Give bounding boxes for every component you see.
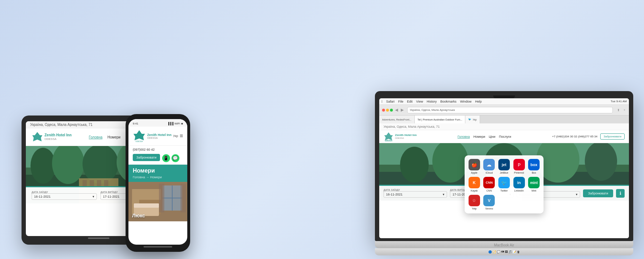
- dock-icon-messages[interactable]: 💬: [497, 250, 500, 254]
- tab-social[interactable]: 🐦 Укр: [465, 116, 480, 123]
- tab-2[interactable]: Tel | Premium Australian Outdoor Furn...: [415, 116, 466, 123]
- window-controls: [382, 109, 393, 112]
- menu-edit[interactable]: Edit: [407, 100, 413, 103]
- svg-point-18: [30, 148, 56, 184]
- iphone-page-title: Номери: [133, 168, 183, 174]
- svg-text:ODESSA: ODESSA: [385, 140, 392, 142]
- svg-marker-14: [32, 132, 42, 141]
- whatsapp2-icon[interactable]: 💬: [171, 154, 179, 162]
- bookmark-jet[interactable]: jet JetBlue: [498, 159, 510, 174]
- dock-icon-notes[interactable]: 📝: [513, 250, 516, 254]
- back-button[interactable]: ◀: [394, 107, 399, 113]
- forward-button[interactable]: ▶: [400, 107, 404, 113]
- address-bar[interactable]: Україна, Одеса, Мала Арнаутська: [407, 107, 613, 113]
- svg-point-9: [585, 143, 617, 181]
- ipad-nav-rooms[interactable]: Номери: [108, 135, 121, 139]
- ipad-hotel-name: Zenith Hotel Inn: [44, 133, 72, 137]
- iphone-hotel-city: ODESSA: [147, 137, 171, 139]
- macbook-screen:  Safari File Edit View History Bookmark…: [379, 98, 629, 238]
- dock-icon-maps[interactable]: 🗺: [501, 250, 504, 254]
- menu-help[interactable]: Help: [475, 100, 482, 103]
- svg-marker-0: [384, 132, 393, 140]
- hotel-city: ODESSA: [395, 137, 417, 140]
- dock-icon-photos[interactable]: 🖼: [505, 250, 508, 254]
- svg-marker-28: [133, 130, 145, 140]
- iphone-contact-icons: 📱 💬: [162, 154, 179, 162]
- booking-submit-button[interactable]: Забронювати: [583, 189, 613, 197]
- minimize-button[interactable]: [386, 109, 389, 112]
- iphone-book-button[interactable]: Забронювати: [133, 154, 160, 161]
- hotel-logo-icon: ODESSA: [384, 132, 394, 142]
- share-icon[interactable]: ⬆: [617, 108, 620, 112]
- checkin-field: ДАТА ЗАЇЗДУ 16-11-2021 ▾: [384, 189, 447, 198]
- svg-rect-35: [134, 203, 159, 208]
- hotel-logo-area: ODESSA Zenith Hotel Inn ODESSA: [384, 132, 417, 142]
- svg-text:ODESSA: ODESSA: [136, 140, 144, 142]
- bookmark-twitter[interactable]: 🐦 Twitter: [498, 177, 510, 192]
- nav-services[interactable]: Послуги: [499, 135, 511, 138]
- menu-view[interactable]: View: [416, 100, 423, 103]
- hotel-name: Zenith Hotel Inn: [395, 134, 417, 137]
- svg-rect-39: [159, 184, 164, 212]
- iphone-rooms-banner: Номери Головна → Номери: [128, 165, 187, 182]
- ipad-checkin-label: ДАТА ЗАЇЗДУ: [32, 191, 97, 193]
- ipad-home-indicator: [88, 237, 109, 239]
- mac-hotel-nav: Головна Номери Ціни Послуги: [457, 135, 511, 138]
- dock-icon-safari[interactable]: 🧭: [493, 250, 496, 254]
- nav-rooms[interactable]: Номери: [473, 135, 485, 138]
- iphone-phone[interactable]: (097)002 60 42: [133, 148, 183, 151]
- maximize-button[interactable]: [390, 109, 393, 112]
- booking-info-button[interactable]: ℹ: [616, 189, 625, 198]
- dock-icon-music[interactable]: 🎵: [508, 250, 512, 254]
- iphone-home-indicator: [144, 246, 172, 248]
- checkin-label: ДАТА ЗАЇЗДУ: [384, 189, 447, 191]
- tab-1[interactable]: Adventures, RedesFront...: [379, 116, 415, 123]
- ipad-hotel-logo-icon: [32, 131, 43, 143]
- bookmark-mint[interactable]: mint Mint: [528, 177, 540, 192]
- iphone-menu-icon[interactable]: ≡: [180, 133, 183, 139]
- iphone-status-bar: 9:41 ▐▐▐ WiFi ■: [128, 119, 187, 127]
- ipad-checkin-field: ДАТА ЗАЇЗДУ 16-11-2021 ▾: [32, 191, 97, 200]
- bookmark-pinterest[interactable]: 𝖯 Pinterest: [513, 159, 525, 174]
- menu-window[interactable]: Window: [460, 100, 471, 103]
- menu-bookmarks[interactable]: Bookmarks: [440, 100, 456, 103]
- checkin-value[interactable]: 16-11-2021 ▾: [384, 191, 447, 198]
- new-tab-icon[interactable]: ＋: [623, 108, 626, 112]
- ipad-checkin-value[interactable]: 16-11-2021 ▾: [32, 193, 97, 200]
- bookmark-cnn[interactable]: CNN CNN: [483, 177, 495, 192]
- menu-safari[interactable]: Safari: [386, 100, 395, 103]
- svg-rect-40: [180, 184, 186, 212]
- apple-menu[interactable]: : [381, 100, 382, 103]
- bookmark-box[interactable]: box Box: [528, 159, 540, 174]
- menu-history[interactable]: History: [427, 100, 437, 103]
- macbook-camera: [493, 95, 515, 98]
- iphone-contact-section: (097)002 60 42 Забронювати 📱 💬: [128, 146, 187, 165]
- iphone-lang[interactable]: Укр: [173, 134, 178, 138]
- address-display: Україна, Одеса, Мала Арнаутська, 71: [384, 125, 439, 128]
- whatsapp-icon[interactable]: 📱: [162, 154, 170, 162]
- nav-prices[interactable]: Ціни: [489, 135, 495, 138]
- svg-point-5: [400, 147, 429, 183]
- bookmark-linkedin[interactable]: in LinkedIn: [513, 177, 525, 192]
- bookmark-kayak[interactable]: K Kayak: [468, 177, 480, 192]
- bookmark-yelp[interactable]: ☆ Yelp: [468, 195, 480, 210]
- iphone-hotel-logo-icon: ODESSA: [133, 130, 146, 142]
- close-button[interactable]: [382, 109, 385, 112]
- ipad-nav-home[interactable]: Головна: [89, 135, 103, 139]
- iphone-screen: 9:41 ▐▐▐ WiFi ■ ODESSA Zenith Hotel Inn …: [128, 119, 187, 245]
- iphone-hotel-name: Zenith Hotel Inn: [147, 133, 171, 137]
- mac-book-button[interactable]: Забронювати: [600, 133, 625, 140]
- ipad-address-text: Україна, Одеса, Мала Арнаутська, 71: [30, 123, 93, 127]
- dock-icon-trash[interactable]: 🗑: [517, 250, 520, 254]
- iphone-room-image: Люкс: [128, 182, 187, 221]
- iphone-notch: [147, 114, 169, 119]
- iphone: 9:41 ▐▐▐ WiFi ■ ODESSA Zenith Hotel Inn …: [126, 114, 190, 252]
- macbook-base: 🔵 🧭 💬 🗺 🖼 🎵 📝 🗑: [375, 241, 633, 248]
- bookmark-venmo[interactable]: V Venmo: [483, 195, 495, 210]
- nav-home[interactable]: Головна: [457, 135, 470, 138]
- dock-icon-finder[interactable]: 🔵: [488, 250, 492, 254]
- ipad-hotel-city: ODESSA: [44, 137, 72, 141]
- bookmark-icloud[interactable]: ☁ iCloud: [483, 159, 495, 174]
- bookmark-apple[interactable]: 🍎 Apple: [468, 159, 480, 174]
- menu-file[interactable]: File: [398, 100, 404, 103]
